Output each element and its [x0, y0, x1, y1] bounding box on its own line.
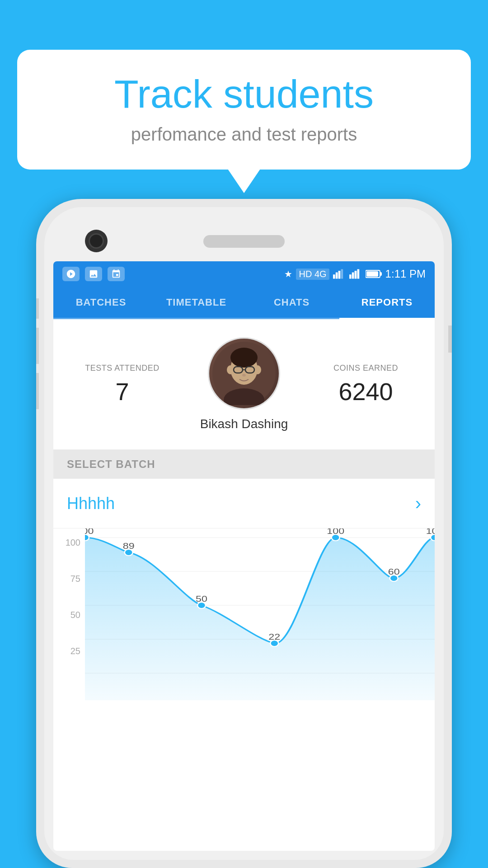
- signal-icon: [333, 269, 346, 279]
- svg-rect-9: [380, 272, 382, 276]
- svg-point-15: [254, 365, 261, 374]
- phone-mute-button: [36, 298, 39, 319]
- tab-batches[interactable]: BATCHES: [53, 287, 149, 318]
- svg-text:100: 100: [327, 528, 344, 535]
- svg-rect-7: [357, 269, 359, 279]
- chart-svg-container: 100 89 50 22 100 60 100: [85, 528, 435, 700]
- y-label-50: 50: [58, 610, 80, 620]
- tests-attended-block: TESTS ATTENDED 7: [67, 363, 178, 406]
- svg-point-14: [227, 365, 234, 374]
- svg-rect-1: [335, 273, 338, 279]
- svg-text:60: 60: [388, 567, 400, 576]
- y-label-100: 100: [58, 538, 80, 548]
- svg-text:100: 100: [85, 528, 94, 535]
- svg-point-19: [242, 374, 246, 377]
- bluetooth-icon: ★: [284, 269, 292, 279]
- svg-rect-5: [352, 273, 354, 279]
- select-batch-label: SELECT BATCH: [67, 458, 155, 470]
- notification-icon-1: [62, 267, 80, 281]
- hd-badge: HD 4G: [296, 269, 329, 280]
- phone-camera: [85, 230, 108, 252]
- phone-mockup: ★ HD 4G 1:11 PM BATCHES TIMETABLE CHATS: [36, 199, 452, 868]
- tab-reports[interactable]: REPORTS: [339, 287, 435, 318]
- phone-volume-up-button: [36, 328, 39, 364]
- avatar: [208, 337, 280, 410]
- tests-attended-value: 7: [67, 377, 178, 406]
- svg-rect-3: [341, 269, 343, 279]
- status-bar: ★ HD 4G 1:11 PM: [53, 261, 435, 287]
- status-icons-right: ★ HD 4G 1:11 PM: [284, 268, 426, 280]
- notification-icon-3: [108, 267, 125, 281]
- tests-attended-label: TESTS ATTENDED: [67, 363, 178, 373]
- svg-rect-0: [333, 274, 335, 278]
- coins-earned-label: COINS EARNED: [310, 363, 421, 373]
- svg-rect-6: [354, 271, 357, 279]
- status-time: 1:11 PM: [385, 268, 426, 280]
- chart-y-labels: 100 75 50 25: [53, 528, 85, 700]
- svg-text:89: 89: [123, 542, 135, 551]
- tab-timetable[interactable]: TIMETABLE: [149, 287, 244, 318]
- bubble-title: Track students: [44, 72, 444, 116]
- phone-volume-down-button: [36, 373, 39, 409]
- signal-icon-2: [349, 269, 362, 279]
- svg-rect-10: [366, 271, 378, 277]
- svg-rect-2: [338, 271, 340, 279]
- y-label-25: 25: [58, 646, 80, 656]
- coins-earned-value: 6240: [310, 377, 421, 406]
- phone-speaker: [203, 235, 285, 248]
- phone-power-button: [448, 326, 452, 353]
- profile-section: TESTS ATTENDED 7: [53, 319, 435, 450]
- svg-rect-4: [349, 274, 352, 278]
- notification-icon-2: [85, 267, 102, 281]
- profile-center: Bikash Dashing: [178, 337, 310, 431]
- select-batch-header: SELECT BATCH: [53, 450, 435, 479]
- batch-name: Hhhhh: [67, 494, 115, 513]
- chart-area: 100 75 50 25: [53, 528, 435, 700]
- nav-tabs: BATCHES TIMETABLE CHATS REPORTS: [53, 287, 435, 319]
- batch-row[interactable]: Hhhhh ›: [53, 479, 435, 528]
- status-icons-left: [62, 267, 125, 281]
- svg-text:50: 50: [196, 594, 207, 604]
- y-label-75: 75: [58, 574, 80, 584]
- bubble-subtitle: perfomance and test reports: [44, 124, 444, 145]
- svg-text:100: 100: [426, 528, 435, 535]
- battery-icon: [366, 269, 382, 278]
- phone-screen: ★ HD 4G 1:11 PM BATCHES TIMETABLE CHATS: [53, 261, 435, 851]
- phone-inner: ★ HD 4G 1:11 PM BATCHES TIMETABLE CHATS: [44, 207, 444, 860]
- coins-earned-block: COINS EARNED 6240: [310, 363, 421, 406]
- profile-name: Bikash Dashing: [200, 417, 288, 431]
- chevron-right-icon: ›: [415, 493, 421, 514]
- svg-point-13: [230, 348, 258, 368]
- speech-bubble: Track students perfomance and test repor…: [17, 50, 471, 170]
- tab-chats[interactable]: CHATS: [244, 287, 339, 318]
- svg-text:22: 22: [268, 632, 280, 642]
